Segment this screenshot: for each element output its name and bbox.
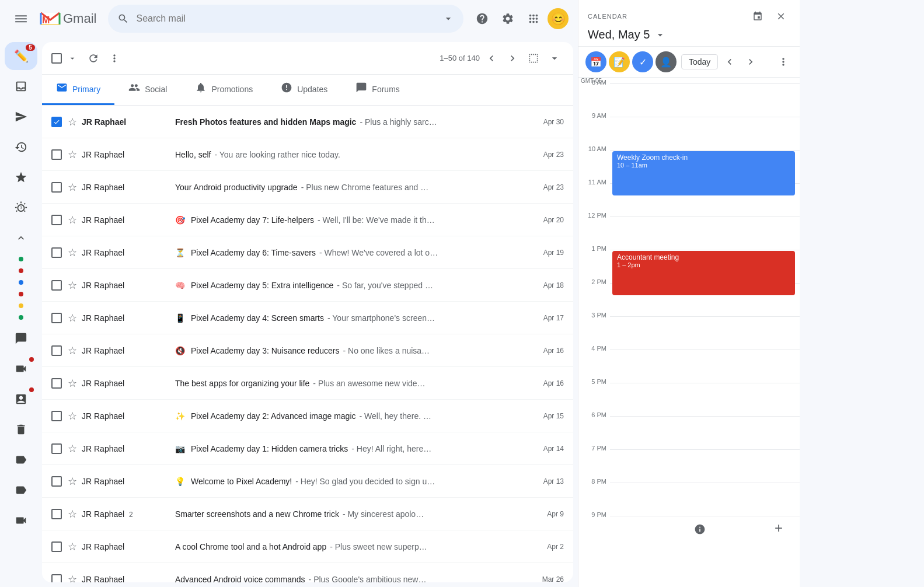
calendar-dropdown-icon[interactable] bbox=[654, 29, 666, 41]
table-row[interactable]: ☆ JR Raphael 📷 Pixel Academy day 1: Hidd… bbox=[42, 432, 573, 465]
row-star-0[interactable]: ☆ bbox=[68, 116, 77, 128]
sidebar-item-inbox[interactable] bbox=[5, 72, 37, 100]
add-event-button[interactable]: + bbox=[767, 516, 790, 540]
table-row[interactable]: ☆ JR Raphael ⏳ Pixel Academy day 6: Time… bbox=[42, 236, 573, 269]
row-checkbox-10[interactable] bbox=[51, 443, 63, 454]
today-button[interactable]: Today bbox=[681, 54, 718, 69]
cal-next-button[interactable] bbox=[741, 53, 760, 71]
sidebar-item-meet[interactable] bbox=[5, 355, 37, 383]
tab-promotions[interactable]: Promotions bbox=[181, 75, 267, 105]
row-checkbox-13[interactable] bbox=[51, 541, 63, 552]
row-star-6[interactable]: ☆ bbox=[68, 312, 77, 324]
label-dot-green[interactable] bbox=[19, 257, 23, 261]
row-star-12[interactable]: ☆ bbox=[68, 508, 77, 520]
row-star-5[interactable]: ☆ bbox=[68, 279, 77, 292]
label-dot-red[interactable] bbox=[19, 268, 23, 273]
tab-updates[interactable]: Updates bbox=[267, 75, 341, 105]
row-checkbox-4[interactable] bbox=[51, 247, 63, 258]
search-dropdown-icon[interactable] bbox=[442, 13, 454, 25]
label-dot-blue[interactable] bbox=[19, 280, 23, 285]
row-star-13[interactable]: ☆ bbox=[68, 540, 77, 553]
table-row[interactable]: ☆ JR Raphael Fresh Photos features and h… bbox=[42, 106, 573, 138]
refresh-button[interactable] bbox=[84, 49, 103, 68]
label-dot-darkred[interactable] bbox=[19, 292, 23, 296]
row-checkbox-7[interactable] bbox=[51, 345, 63, 356]
row-checkbox-11[interactable] bbox=[51, 476, 63, 487]
tab-social[interactable]: Social bbox=[114, 75, 181, 105]
row-checkbox-6[interactable] bbox=[51, 313, 63, 323]
table-row[interactable]: ☆ JR Raphael ✨ Pixel Academy day 2: Adva… bbox=[42, 400, 573, 432]
search-input[interactable] bbox=[136, 13, 435, 24]
row-star-8[interactable]: ☆ bbox=[68, 377, 77, 390]
cal-info-button[interactable] bbox=[689, 519, 710, 540]
table-row[interactable]: ☆ JR Raphael 💡 Welcome to Pixel Academy!… bbox=[42, 465, 573, 498]
table-row[interactable]: ☆ JR Raphael Hello, self - You are looki… bbox=[42, 138, 573, 171]
sidebar-item-starred[interactable] bbox=[5, 163, 37, 191]
search-bar[interactable] bbox=[108, 5, 463, 33]
cal-icon-google[interactable]: 📅 bbox=[585, 51, 606, 72]
cal-icon-contacts[interactable]: 👤 bbox=[655, 51, 677, 72]
more-options-button[interactable] bbox=[105, 49, 124, 68]
select-all-wrapper[interactable] bbox=[51, 49, 82, 68]
sidebar-item-recent[interactable] bbox=[5, 133, 37, 161]
row-checkbox-3[interactable] bbox=[51, 215, 63, 225]
table-row[interactable]: ☆ JR Raphael 🧠 Pixel Academy day 5: Extr… bbox=[42, 269, 573, 302]
view-toggle-button[interactable] bbox=[524, 49, 543, 68]
table-row[interactable]: ☆ JR Raphael 📱 Pixel Academy day 4: Scre… bbox=[42, 302, 573, 334]
user-avatar[interactable]: 😊 bbox=[548, 8, 569, 29]
row-star-11[interactable]: ☆ bbox=[68, 475, 77, 488]
tab-primary[interactable]: Primary bbox=[42, 75, 114, 105]
open-calendar-button[interactable] bbox=[748, 7, 767, 26]
compose-button[interactable]: ✏️ 5 bbox=[5, 42, 37, 70]
table-row[interactable]: ☆ JR Raphael The best apps for organizin… bbox=[42, 367, 573, 400]
row-checkbox-1[interactable] bbox=[51, 149, 63, 160]
hamburger-button[interactable] bbox=[9, 7, 33, 30]
row-star-2[interactable]: ☆ bbox=[68, 181, 77, 194]
close-calendar-button[interactable] bbox=[772, 7, 790, 26]
cal-icon-tasks[interactable]: ✓ bbox=[632, 51, 653, 72]
row-star-14[interactable]: ☆ bbox=[68, 573, 77, 583]
row-checkbox-0[interactable] bbox=[51, 117, 63, 127]
sidebar-item-delete[interactable] bbox=[5, 415, 37, 443]
cal-more-button[interactable] bbox=[774, 53, 793, 71]
row-star-1[interactable]: ☆ bbox=[68, 148, 77, 161]
apps-button[interactable] bbox=[522, 7, 545, 30]
table-row[interactable]: ☆ JR Raphael A cool Chrome tool and a ho… bbox=[42, 530, 573, 563]
prev-page-button[interactable] bbox=[482, 49, 501, 68]
label-dot-yellow[interactable] bbox=[19, 303, 23, 308]
sidebar-item-tasks[interactable] bbox=[5, 385, 37, 413]
cal-event-accountant[interactable]: Accountant meeting 1 – 2pm bbox=[612, 251, 795, 295]
sidebar-item-snoozed[interactable] bbox=[5, 194, 37, 222]
select-all-checkbox[interactable] bbox=[51, 53, 62, 64]
row-star-10[interactable]: ☆ bbox=[68, 442, 77, 455]
table-row[interactable]: ☆ JR Raphael Advanced Android voice comm… bbox=[42, 563, 573, 582]
table-row[interactable]: ☆ JR Raphael 2 Smarter screenshots and a… bbox=[42, 498, 573, 530]
row-checkbox-5[interactable] bbox=[51, 280, 63, 291]
sidebar-item-label2[interactable] bbox=[5, 476, 37, 504]
next-page-button[interactable] bbox=[503, 49, 522, 68]
help-button[interactable] bbox=[470, 7, 494, 30]
row-star-9[interactable]: ☆ bbox=[68, 410, 77, 422]
sidebar-item-chat[interactable] bbox=[5, 324, 37, 352]
row-star-7[interactable]: ☆ bbox=[68, 344, 77, 357]
tab-forums[interactable]: Forums bbox=[341, 75, 413, 105]
table-row[interactable]: ☆ JR Raphael 🎯 Pixel Academy day 7: Life… bbox=[42, 204, 573, 236]
row-checkbox-14[interactable] bbox=[51, 574, 63, 583]
row-checkbox-2[interactable] bbox=[51, 182, 63, 193]
row-checkbox-9[interactable] bbox=[51, 411, 63, 421]
cal-prev-button[interactable] bbox=[720, 53, 739, 71]
select-dropdown-button[interactable] bbox=[63, 49, 82, 68]
label-dot-green2[interactable] bbox=[19, 315, 23, 320]
table-row[interactable]: ☆ JR Raphael Your Android productivity u… bbox=[42, 171, 573, 204]
row-checkbox-8[interactable] bbox=[51, 378, 63, 389]
sidebar-item-labels[interactable] bbox=[5, 446, 37, 474]
settings-button[interactable] bbox=[496, 7, 519, 30]
row-checkbox-12[interactable] bbox=[51, 509, 63, 519]
row-star-3[interactable]: ☆ bbox=[68, 214, 77, 226]
cal-icon-keep[interactable]: 📝 bbox=[609, 51, 630, 72]
sidebar-item-collapse[interactable] bbox=[5, 224, 37, 252]
row-star-4[interactable]: ☆ bbox=[68, 246, 77, 259]
table-row[interactable]: ☆ JR Raphael 🔇 Pixel Academy day 3: Nuis… bbox=[42, 334, 573, 367]
sidebar-item-video[interactable] bbox=[5, 506, 37, 534]
split-view-button[interactable] bbox=[545, 49, 564, 68]
